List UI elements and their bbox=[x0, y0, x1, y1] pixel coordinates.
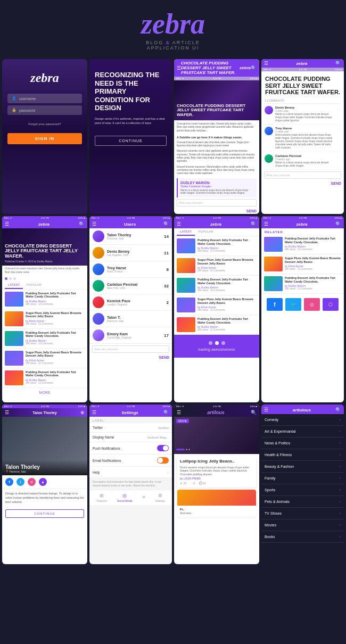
hamburger-icon-5[interactable]: ☰ bbox=[5, 221, 9, 227]
settings-item-email-notif[interactable]: Email Notifications bbox=[89, 455, 172, 467]
author-bio: Marion is a donut sesame snaps donut pie… bbox=[180, 189, 254, 195]
hamburger-icon[interactable]: ☰ bbox=[177, 65, 181, 71]
cat-item-5[interactable]: Beauty & Fashion› bbox=[261, 461, 344, 473]
profile-fb-icon[interactable]: f bbox=[5, 478, 13, 486]
cat-item-1[interactable]: Comedy› bbox=[261, 414, 344, 426]
fb-share-button[interactable]: f bbox=[267, 298, 283, 311]
user-item-2: Denis Benny Los Angeles, USA 11 bbox=[89, 245, 172, 261]
footer-social-media[interactable]: ◎Social Media bbox=[117, 493, 133, 502]
hamburger-icon-9[interactable]: ☰ bbox=[5, 410, 9, 415]
article-comment-input[interactable]: Write your comment bbox=[264, 171, 341, 179]
hamburger-icon-11[interactable]: ☰ bbox=[177, 410, 181, 415]
related-item-2: Sugar Plum Jelly Gummi Bears Brownie Des… bbox=[261, 254, 344, 274]
username-field[interactable]: 👤 username bbox=[7, 94, 82, 103]
artilous-card-stats: 👁 23 ♡ 8 💬 81 bbox=[180, 482, 253, 485]
search-icon-5[interactable]: 🔍 bbox=[79, 221, 85, 227]
profile-nav: ☰ Talon Thorley ⊕ bbox=[2, 408, 87, 417]
cat-item-7[interactable]: Sports› bbox=[261, 484, 344, 496]
login-logo: zebra bbox=[2, 59, 87, 92]
feed-hero-desc: Croissant ice cream macaroon cake. Desse… bbox=[2, 266, 87, 276]
feed-item-title-5[interactable]: Pudding Dessert Jelly Fruitcake Tart Waf… bbox=[26, 370, 85, 377]
dr-share-button[interactable]: ◎ bbox=[304, 298, 320, 311]
profile-status-bar: BELL ▼4:21 PM100% ■ bbox=[2, 404, 87, 408]
push-toggle-on[interactable] bbox=[157, 445, 169, 451]
heart-icon-1[interactable]: ♡ bbox=[337, 107, 341, 112]
user-item-5: Kenrick Pace London, England 2 bbox=[89, 294, 172, 311]
cat-item-11[interactable]: Books› bbox=[261, 531, 344, 543]
cat-item-6[interactable]: Family› bbox=[261, 473, 344, 484]
profile-dr-icon[interactable]: d bbox=[28, 478, 36, 486]
hamburger-icon-10[interactable]: ☰ bbox=[92, 410, 96, 415]
footer-features[interactable]: ⊞Features bbox=[96, 493, 107, 502]
feed-item-title-1[interactable]: Pudding Dessert Jelly Fruitcake Tart Waf… bbox=[26, 292, 85, 299]
hamburger-icon-8[interactable]: ☰ bbox=[264, 221, 268, 227]
hamburger-icon-12[interactable]: ☰ bbox=[264, 407, 268, 412]
hamburger-icon-2[interactable]: ☰ bbox=[264, 61, 268, 66]
artilous-card: Lollipop Icing Jelly Beans.. Donut sesam… bbox=[177, 456, 256, 488]
ly-share-button[interactable]: ⬡ bbox=[323, 298, 339, 311]
tab-popular-2[interactable]: POPULAR bbox=[195, 228, 217, 236]
footer-settings[interactable]: ⚙Settings bbox=[155, 493, 164, 502]
hamburger-icon-6[interactable]: ☰ bbox=[92, 221, 96, 227]
nav-logo: CHOCOLATE PUDDING DESSERT JELLY SWEET FR… bbox=[181, 61, 240, 75]
send-button[interactable]: SEND bbox=[174, 208, 259, 214]
comment-time-1: 3 days ago bbox=[275, 109, 335, 112]
feed-item-title-4[interactable]: Sugar Plum Jelly Gummi Bears Brownie Des… bbox=[26, 351, 85, 358]
settings-item-help[interactable]: Help› bbox=[89, 467, 172, 478]
author-links[interactable]: Twitter Facebook Google+ bbox=[180, 185, 254, 188]
tab-latest-2[interactable]: LATEST bbox=[177, 228, 195, 236]
cat-item-4[interactable]: Health & Fitness› bbox=[261, 449, 344, 461]
email-toggle-off[interactable] bbox=[157, 457, 169, 464]
tw-share-button[interactable]: 🐦 bbox=[285, 298, 301, 311]
search-icon-11[interactable]: 🔍 bbox=[251, 410, 257, 415]
tab-latest[interactable]: LATEST bbox=[5, 282, 23, 289]
profile-tw-icon[interactable]: t bbox=[17, 478, 24, 486]
cat-item-3[interactable]: News & Politics› bbox=[261, 437, 344, 449]
second-feed-tabs: LATEST POPULAR bbox=[174, 228, 259, 236]
users-send-button[interactable]: SEND bbox=[89, 354, 172, 360]
heart-icon-2[interactable]: ♡ bbox=[337, 128, 341, 133]
search-icon-10[interactable]: 🔍 bbox=[163, 410, 169, 415]
hamburger-icon-7[interactable]: ☰ bbox=[177, 221, 181, 227]
search-icon-7[interactable]: 🔍 bbox=[251, 221, 257, 227]
profile-continue-button[interactable]: CONTINUE bbox=[5, 509, 84, 518]
feed-item-title-2[interactable]: Sugar Plum Jelly Gummi Bears Brownie Des… bbox=[26, 311, 85, 318]
user-avatar-4 bbox=[93, 280, 104, 292]
feed-item-title-3[interactable]: Pudding Dessert Jelly Fruitcake Tart Waf… bbox=[26, 331, 85, 338]
heart-icon-3[interactable]: ♡ bbox=[337, 155, 341, 160]
big-article-body3: Macaroon caramels carrot cake applicake … bbox=[174, 148, 259, 164]
search-icon-12[interactable]: 🔍 bbox=[335, 407, 341, 412]
user-location-4: New York, USA bbox=[107, 286, 161, 290]
article-send-button[interactable]: SEND bbox=[261, 180, 344, 186]
cat-item-9[interactable]: TV Shows› bbox=[261, 508, 344, 519]
second-feed-item-3: Pudding Dessert Jelly Fruitcake Tart Waf… bbox=[174, 276, 259, 295]
feed-item-2: Sugar Plum Jelly Gummi Bears Brownie Des… bbox=[2, 309, 87, 329]
more-button[interactable]: MORE bbox=[2, 388, 87, 397]
search-icon-8[interactable]: 🔍 bbox=[335, 221, 341, 227]
tab-popular[interactable]: POPULAR bbox=[23, 282, 45, 289]
user-count-4: 32 bbox=[164, 284, 169, 288]
settings-item-push-notif[interactable]: Push Notifications bbox=[89, 442, 172, 455]
cat-item-8[interactable]: Pets & Animals› bbox=[261, 496, 344, 508]
profile-ly-icon[interactable]: ▲ bbox=[39, 478, 47, 486]
feed-thumb-3 bbox=[5, 331, 23, 346]
plus-icon[interactable]: ⊕ bbox=[80, 410, 85, 415]
search-icon-2[interactable]: 🔍 bbox=[335, 61, 341, 66]
settings-item-twitter[interactable]: Twitterduufest bbox=[89, 423, 172, 433]
profile-bio: Design is directed toward human beings. … bbox=[2, 489, 87, 507]
comment-text-3: Marion is a donut sesame snaps donut pie… bbox=[275, 161, 335, 168]
search-icon-6[interactable]: 🔍 bbox=[163, 221, 169, 227]
password-field[interactable]: 🔒 password bbox=[7, 105, 82, 115]
footer-menu[interactable]: ≡ bbox=[142, 494, 145, 501]
forgot-password[interactable]: Forgot your password? bbox=[2, 117, 87, 131]
continue-button[interactable]: CONTINUE bbox=[95, 136, 167, 146]
search-icon[interactable]: 🔍 bbox=[251, 65, 257, 71]
signin-button[interactable]: SIGN IN bbox=[7, 133, 82, 144]
comment-input[interactable]: Write your comment bbox=[177, 199, 257, 207]
cat-item-10[interactable]: Movies› bbox=[261, 519, 344, 531]
settings-item-display-name[interactable]: Display NameJackson Balg... bbox=[89, 433, 172, 442]
feed-status-bar: BELL ▼4:21 PM100% ■ bbox=[2, 216, 87, 220]
cat-item-2[interactable]: Art & Experimantal› bbox=[261, 426, 344, 437]
second-feed-item-4: Sugar Plum Jelly Gummi Bears Brownie Des… bbox=[174, 295, 259, 315]
users-comment-input[interactable]: Write your comment bbox=[92, 345, 169, 353]
